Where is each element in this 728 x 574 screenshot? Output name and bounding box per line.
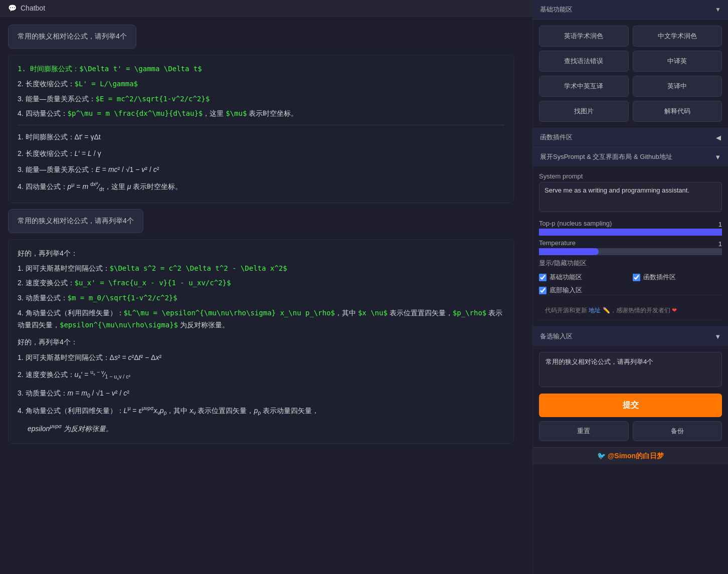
alt-input-textarea[interactable] [539,352,722,387]
top-p-container: Top-p (nucleus sampling) 1 [539,220,722,233]
system-prompt-textarea[interactable] [539,182,722,212]
footer-link[interactable]: 地址 [589,307,601,314]
titlebar: 💬 Chatbot [0,0,532,17]
basic-functions-arrow: ▼ [715,6,721,13]
sysprompt-header[interactable]: 展开SysPrompt & 交互界面布局 & Github地址 ▼ [533,147,728,166]
save-button[interactable]: 备份 [633,421,722,441]
btn-find-image[interactable]: 找图片 [539,101,629,122]
btn-en-zh[interactable]: 英译中 [633,76,722,97]
temperature-slider[interactable] [539,251,722,253]
user-message-2: 常用的狭义相对论公式，请再列举4个 [8,209,143,233]
checkbox-basic[interactable]: 基础功能区 [539,273,629,282]
submit-button[interactable]: 提交 [539,394,722,417]
chat-panel: 💬 Chatbot 常用的狭义相对论公式，请列举4个 1. 时间膨胀公式：$\D… [0,0,532,574]
top-p-slider[interactable] [539,231,722,233]
alt-input-header[interactable]: 备选输入区 ▼ [533,327,728,346]
alt-input-section: 备选输入区 ▼ 提交 重置 备份 [533,327,728,447]
sysprompt-arrow: ▼ [714,153,721,161]
temperature-container: Temperature 1 [539,239,722,253]
system-prompt-label: System prompt [539,172,722,180]
watermark: 🐦 @Simon的白日梦 [533,447,728,465]
sysprompt-section: 展开SysPrompt & 交互界面布局 & Github地址 ▼ System… [533,147,728,327]
btn-zh-polish[interactable]: 中文学术润色 [633,26,722,47]
checkbox-basic-input[interactable] [539,274,547,281]
checkbox-bottom-input[interactable] [539,287,547,294]
basic-functions-grid: 英语学术润色 中文学术润色 查找语法错误 中译英 学术中英互译 英译中 找图片 … [533,20,728,128]
user-message-1: 常用的狭义相对论公式，请列举4个 [8,25,136,49]
footer-links: 代码开源和更新 地址 ✏️，感谢热情的开发者们 ❤ [539,301,722,320]
plugin-section[interactable]: 函数插件区 ◀ [533,128,728,147]
sysprompt-body: System prompt Top-p (nucleus sampling) 1… [533,166,728,326]
app-title: Chatbot [21,4,45,12]
assistant-message-2: 好的，再列举4个： 1. 闵可夫斯基时空间隔公式：$\Delta s^2 = c… [8,239,514,444]
reset-button[interactable]: 重置 [539,421,629,441]
basic-functions-header[interactable]: 基础功能区 ▼ [533,0,728,20]
chat-icon: 💬 [8,4,17,12]
top-p-label: Top-p (nucleus sampling) [539,220,612,227]
top-p-value: 1 [718,221,722,228]
btn-academic-trans[interactable]: 学术中英互译 [539,76,629,97]
btn-en-polish[interactable]: 英语学术润色 [539,26,629,47]
checkbox-bottom[interactable]: 底部输入区 [539,286,629,295]
temperature-value: 1 [718,240,722,248]
chat-container: 常用的狭义相对论公式，请列举4个 1. 时间膨胀公式：$\Delta t' = … [0,17,532,574]
btn-zh-en[interactable]: 中译英 [633,51,722,72]
btn-explain-code[interactable]: 解释代码 [633,101,722,122]
checkbox-plugin-input[interactable] [633,274,640,281]
temperature-label: Temperature [539,239,576,247]
btn-grammar[interactable]: 查找语法错误 [539,51,629,72]
visibility-section: 显示/隐藏功能区 基础功能区 函数插件区 底部输入区 [539,259,722,295]
assistant-message-1: 1. 时间膨胀公式：$\Delta t' = \gamma \Delta t$ … [8,55,514,203]
plugin-arrow: ◀ [716,134,721,141]
bottom-buttons: 重置 备份 [539,421,722,441]
alt-input-arrow: ▼ [714,333,721,340]
checkbox-plugin[interactable]: 函数插件区 [633,273,722,282]
visibility-label: 显示/隐藏功能区 [539,259,722,268]
right-panel: 基础功能区 ▼ 英语学术润色 中文学术润色 查找语法错误 中译英 学术中英互译 … [532,0,728,574]
